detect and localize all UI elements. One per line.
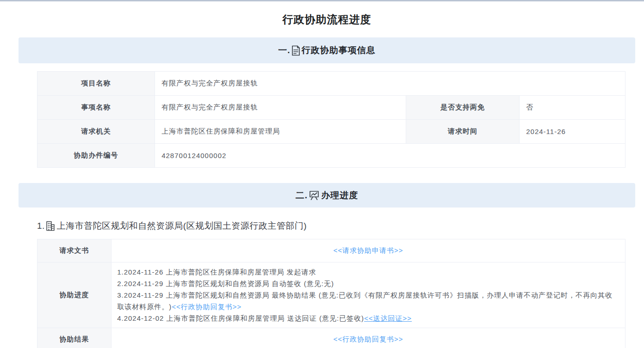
progress-step: 3.2024-11-29 上海市普陀区规划和自然资源局 最终协助结果 (意见:已… xyxy=(117,289,619,312)
field-label-item: 事项名称 xyxy=(37,96,155,120)
progress-table: 请求文书 <<请求协助申请书>> 协助进度 1.2024-11-26 上海市普陀… xyxy=(37,239,625,348)
progress-section-title: 办理进度 xyxy=(321,189,358,201)
table-row: 请求文书 <<请求协助申请书>> xyxy=(37,239,625,263)
info-section-number: 一. xyxy=(278,44,290,56)
field-value-project: 有限产权与完全产权房屋接轨 xyxy=(155,72,625,96)
field-label-time: 请求时间 xyxy=(406,120,519,144)
result-label: 协助结果 xyxy=(37,328,111,348)
department-heading: 1. 上海市普陀区规划和自然资源局(区规划国土资源行政主管部门) xyxy=(37,220,625,232)
table-row: 协助办件编号 428700124000002 xyxy=(37,144,625,168)
department-name: 上海市普陀区规划和自然资源局(区规划国土资源行政主管部门) xyxy=(57,220,307,232)
progress-step: 1.2024-11-26 上海市普陀区住房保障和房屋管理局 发起请求 xyxy=(117,266,619,278)
building-icon xyxy=(45,221,55,231)
department-index: 1. xyxy=(37,221,45,231)
progress-label: 协助进度 xyxy=(37,263,111,328)
field-label-project: 项目名称 xyxy=(37,72,155,96)
progress-step-text: 4.2024-12-02 上海市普陀区住房保障和房屋管理局 送达回证 (意见:已… xyxy=(117,314,364,322)
field-label-agency: 请求机关 xyxy=(37,120,155,144)
presentation-chart-icon xyxy=(309,190,320,201)
field-value-item: 有限产权与完全产权房屋接轨 xyxy=(155,96,406,120)
table-row: 项目名称 有限产权与完全产权房屋接轨 xyxy=(37,72,625,96)
field-value-two-free: 否 xyxy=(520,96,625,120)
result-doc-link[interactable]: <<行政协助回复书>> xyxy=(334,335,403,343)
info-table: 项目名称 有限产权与完全产权房屋接轨 事项名称 有限产权与完全产权房屋接轨 是否… xyxy=(37,71,625,168)
progress-step-text: 1.2024-11-26 上海市普陀区住房保障和房屋管理局 发起请求 xyxy=(117,268,316,276)
progress-section-header: 二. 办理进度 xyxy=(19,183,635,208)
progress-steps: 1.2024-11-26 上海市普陀区住房保障和房屋管理局 发起请求 2.202… xyxy=(111,263,625,328)
info-section-title: 行政协助事项信息 xyxy=(302,44,376,56)
progress-step: 4.2024-12-02 上海市普陀区住房保障和房屋管理局 送达回证 (意见:已… xyxy=(117,312,619,324)
table-row: 协助进度 1.2024-11-26 上海市普陀区住房保障和房屋管理局 发起请求 … xyxy=(37,263,625,328)
field-value-time: 2024-11-26 xyxy=(520,120,625,144)
page-title: 行政协助流程进度 xyxy=(19,12,635,27)
field-value-case-no: 428700124000002 xyxy=(155,144,625,168)
reply-doc-link[interactable]: <<行政协助回复书>> xyxy=(172,303,242,311)
top-border xyxy=(0,0,644,1)
field-label-two-free: 是否支持两免 xyxy=(406,96,519,120)
table-row: 事项名称 有限产权与完全产权房屋接轨 是否支持两免 否 xyxy=(37,96,625,120)
progress-step: 2.2024-11-29 上海市普陀区规划和自然资源局 自动签收 (意见:无) xyxy=(117,278,619,289)
table-row: 请求机关 上海市普陀区住房保障和房屋管理局 请求时间 2024-11-26 xyxy=(37,120,625,144)
field-value-agency: 上海市普陀区住房保障和房屋管理局 xyxy=(155,120,406,144)
progress-section-number: 二. xyxy=(296,189,308,201)
delivery-receipt-link[interactable]: <<送达回证>> xyxy=(364,314,412,322)
field-label-case-no: 协助办件编号 xyxy=(37,144,155,168)
table-row: 协助结果 <<行政协助回复书>> xyxy=(37,328,625,348)
request-doc-link[interactable]: <<请求协助申请书>> xyxy=(334,246,403,254)
document-icon xyxy=(291,45,300,56)
info-section-header: 一. 行政协助事项信息 xyxy=(19,37,635,63)
request-doc-label: 请求文书 xyxy=(37,239,111,263)
progress-step-text: 2.2024-11-29 上海市普陀区规划和自然资源局 自动签收 (意见:无) xyxy=(117,280,334,287)
